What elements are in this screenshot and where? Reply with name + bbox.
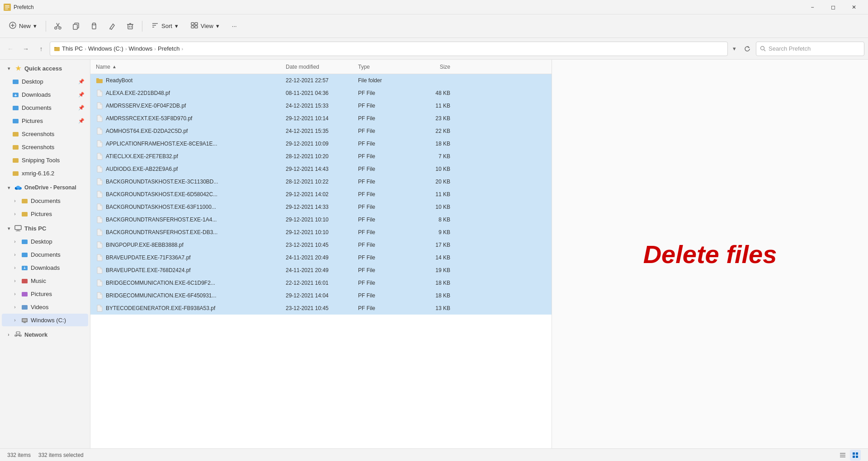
sort-button[interactable]: Sort ▾: [146, 18, 184, 34]
breadcrumb-drive[interactable]: Windows (C:): [88, 45, 123, 52]
table-row[interactable]: BACKGROUNDTASKHOST.EXE-63F11000... 29-12…: [90, 201, 552, 213]
sidebar-section-quickaccess[interactable]: ▾ ★ Quick access: [2, 62, 88, 75]
sidebar-item-pc-windows[interactable]: › Windows (C:): [2, 314, 88, 326]
svg-point-7: [55, 27, 57, 29]
sidebar-item-pc-documents[interactable]: › Documents: [2, 248, 88, 261]
sidebar-item-snipping[interactable]: Snipping Tools: [2, 154, 88, 166]
sidebar-item-xmrig[interactable]: xmrig-6.16.2: [2, 167, 88, 179]
refresh-button[interactable]: [741, 42, 754, 56]
sidebar-item-downloads[interactable]: Downloads 📌: [2, 88, 88, 101]
table-row[interactable]: BACKGROUNDTRANSFERHOST.EXE-1A4... 29-12-…: [90, 213, 552, 226]
table-row[interactable]: BRIDGECOMMUNICATION.EXE-6F450931... 29-1…: [90, 289, 552, 302]
copy-button[interactable]: [68, 18, 84, 34]
col-header-name[interactable]: Name ▲: [92, 60, 282, 74]
sidebar-item-screenshots1[interactable]: Screenshots: [2, 127, 88, 140]
table-row[interactable]: BYTECODEGENERATOR.EXE-FB938A53.pf 23-12-…: [90, 302, 552, 315]
breadcrumb-windows[interactable]: Windows: [129, 45, 153, 52]
sidebar-item-pc-desktop[interactable]: › Desktop: [2, 235, 88, 248]
table-row[interactable]: BACKGROUNDTASKHOST.EXE-6D58042C... 29-12…: [90, 188, 552, 201]
col-header-date[interactable]: Date modified: [282, 60, 354, 74]
documents-folder-icon: [12, 104, 19, 111]
paste-button[interactable]: [86, 18, 102, 34]
pc-windows-chevron-icon: ›: [12, 317, 18, 323]
delete-files-text: Delete files: [643, 240, 777, 269]
table-row[interactable]: ATIECLXX.EXE-2FE7EB32.pf 28-12-2021 10:2…: [90, 150, 552, 163]
table-row[interactable]: BINGPOPUP.EXE-8EBB3888.pf 23-12-2021 10:…: [90, 239, 552, 251]
sidebar-item-pictures[interactable]: Pictures 📌: [2, 114, 88, 127]
sidebar-item-pc-downloads[interactable]: › Downloads: [2, 261, 88, 274]
file-size-cell: 14 KB: [409, 254, 454, 261]
file-size-cell: 10 KB: [409, 204, 454, 210]
sidebar-item-screenshots2[interactable]: Screenshots: [2, 141, 88, 153]
table-row[interactable]: BRAVEUPDATE.EXE-71F336A7.pf 24-11-2021 2…: [90, 251, 552, 264]
file-size-cell: 18 KB: [409, 280, 454, 286]
table-row[interactable]: AMDRSSERV.EXE-0F04F2DB.pf 24-12-2021 15:…: [90, 99, 552, 112]
sidebar-section-onedrive[interactable]: ▾ OneDrive - Personal: [2, 181, 88, 194]
search-box[interactable]: Search Prefetch: [756, 42, 864, 56]
folder-icon: [96, 77, 103, 84]
sidebar-pc-music-label: Music: [31, 278, 85, 284]
table-row[interactable]: BACKGROUNDTRANSFERHOST.EXE-DB3... 29-12-…: [90, 226, 552, 239]
sort-icon: [151, 22, 159, 30]
sidebar-item-od-documents[interactable]: › Documents: [2, 194, 88, 207]
file-type-cell: PF File: [354, 292, 409, 299]
table-row[interactable]: BACKGROUNDTASKHOST.EXE-3C1130BD... 28-12…: [90, 175, 552, 188]
sidebar-section-network[interactable]: › Network: [2, 328, 88, 341]
list-view-button[interactable]: [850, 450, 861, 461]
minimize-button[interactable]: −: [802, 0, 823, 14]
table-row[interactable]: ALEXA.EXE-22D1BD48.pf 08-11-2021 04:36 P…: [90, 87, 552, 99]
details-view-button[interactable]: [837, 450, 848, 461]
rename-button[interactable]: [104, 18, 120, 34]
maximize-button[interactable]: ◻: [823, 0, 844, 14]
file-type-cell: PF File: [354, 305, 409, 311]
file-name: AOMHOST64.EXE-D2DA2C5D.pf: [106, 128, 188, 134]
col-header-size[interactable]: Size: [409, 60, 454, 74]
sidebar-item-pc-videos[interactable]: › Videos: [2, 301, 88, 313]
network-icon: [14, 331, 22, 338]
sidebar-item-od-pictures[interactable]: › Pictures: [2, 207, 88, 220]
table-row[interactable]: AMDRSSRCEXT.EXE-53F8D970.pf 29-12-2021 1…: [90, 112, 552, 125]
breadcrumb-expand-button[interactable]: ▾: [730, 42, 739, 56]
table-row[interactable]: BRIDGECOMMUNICATION.EXE-6C1D9F2... 22-12…: [90, 277, 552, 289]
sidebar-section-thispc[interactable]: ▾ This PC: [2, 222, 88, 235]
col-header-type[interactable]: Type: [354, 60, 409, 74]
thispc-icon: [14, 225, 22, 232]
breadcrumb-thispc[interactable]: This PC: [62, 45, 83, 52]
sidebar-item-pc-pictures[interactable]: › Pictures: [2, 287, 88, 300]
file-type-cell: PF File: [354, 267, 409, 273]
sidebar-item-documents[interactable]: Documents 📌: [2, 101, 88, 114]
folder-small-icon: [54, 46, 60, 52]
onedrive-chevron-icon: ▾: [5, 184, 12, 191]
table-row[interactable]: APPLICATIONFRAMEHOST.EXE-8CE9A1E... 29-1…: [90, 137, 552, 150]
file-icon: [96, 229, 103, 236]
view-button[interactable]: View ▾: [185, 18, 225, 34]
file-type-cell: PF File: [354, 216, 409, 223]
back-button[interactable]: ←: [4, 42, 17, 56]
file-size-cell: 22 KB: [409, 128, 454, 134]
more-button[interactable]: ···: [226, 18, 242, 34]
breadcrumb-prefetch[interactable]: Prefetch: [158, 45, 179, 52]
table-row[interactable]: AOMHOST64.EXE-D2DA2C5D.pf 24-12-2021 15:…: [90, 125, 552, 137]
sidebar-item-desktop[interactable]: Desktop 📌: [2, 75, 88, 88]
file-date-cell: 29-12-2021 10:10: [282, 216, 354, 223]
pictures-pin-icon: 📌: [78, 118, 85, 124]
file-name-cell: BYTECODEGENERATOR.EXE-FB938A53.pf: [92, 305, 282, 312]
file-name-cell: BRIDGECOMMUNICATION.EXE-6F450931...: [92, 292, 282, 299]
toolbar-sep-2: [142, 21, 142, 32]
table-row[interactable]: AUDIODG.EXE-AB22E9A6.pf 29-12-2021 14:43…: [90, 163, 552, 175]
close-button[interactable]: ✕: [844, 0, 864, 14]
file-size-cell: 7 KB: [409, 153, 454, 160]
file-type-cell: PF File: [354, 280, 409, 286]
new-button[interactable]: New ▾: [4, 18, 42, 34]
file-date-cell: 29-12-2021 14:33: [282, 204, 354, 210]
cut-button[interactable]: [50, 18, 66, 34]
delete-button[interactable]: [122, 18, 138, 34]
sidebar-item-pc-music[interactable]: › Music: [2, 274, 88, 287]
pc-pictures-chevron-icon: ›: [12, 291, 18, 297]
svg-rect-31: [13, 80, 19, 84]
table-row[interactable]: ReadyBoot 22-12-2021 22:57 File folder: [90, 74, 552, 87]
forward-button[interactable]: →: [19, 42, 33, 56]
file-size-cell: 48 KB: [409, 90, 454, 96]
up-button[interactable]: ↑: [34, 42, 48, 56]
table-row[interactable]: BRAVEUPDATE.EXE-768D2424.pf 24-11-2021 2…: [90, 264, 552, 277]
